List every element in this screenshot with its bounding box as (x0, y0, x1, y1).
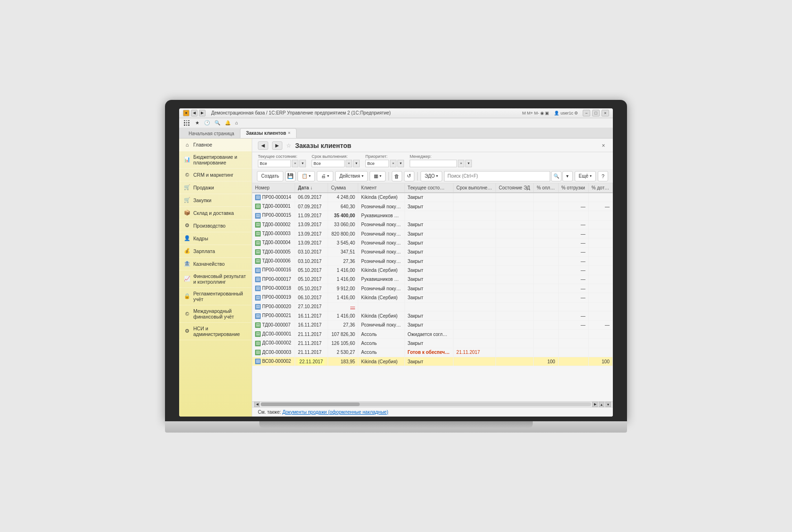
table-row[interactable]: ▤ПР00-000021 16.11.2017 1 416,00 Kikinda… (252, 311, 613, 320)
sidebar-item-salary[interactable]: 💰 Зарплата (179, 245, 252, 258)
col-client[interactable]: Клиент (358, 183, 405, 193)
menu-favorites[interactable]: ★ (195, 120, 199, 125)
tab-orders[interactable]: Заказы клиентов × (240, 128, 297, 138)
sidebar-production-label: Производство (193, 223, 225, 229)
actions-btn[interactable]: Действия (335, 171, 368, 181)
col-edo[interactable]: Состояние ЭД (496, 183, 534, 193)
minimize-btn[interactable]: − (583, 110, 590, 116)
edo-btn[interactable]: ЭДО (421, 171, 442, 181)
create-btn[interactable]: Создать (257, 171, 283, 181)
menu-history[interactable]: 🕐 (204, 120, 210, 125)
table-row[interactable]: ▤ПР00-000014 06.09.2017 4 248,00 Kikinda… (252, 193, 613, 202)
col-pct-extra[interactable]: % дот… (588, 183, 612, 193)
nav-forward-btn[interactable]: ▶ (272, 141, 282, 150)
scroll-left[interactable]: ◀ (254, 401, 260, 407)
sidebar-item-admin[interactable]: ⚙ НСИ и администрирование (179, 323, 252, 340)
col-due-date[interactable]: Срок выполне… (454, 183, 496, 193)
more-btn[interactable]: Ещё (575, 171, 596, 181)
sidebar-item-purchase[interactable]: 🛒 Закупки (179, 194, 252, 207)
copy-btn[interactable]: 📋 (297, 171, 315, 181)
sidebar-item-home[interactable]: ⌂ Главное (179, 139, 252, 151)
table-row[interactable]: ▤ПР00-000018 05.10.2017 9 912,00 Розничн… (252, 284, 613, 293)
filter-due-date-input[interactable] (312, 160, 345, 167)
sidebar-item-finance[interactable]: 📈 Финансовый результат и контроллинг (179, 270, 252, 288)
table-row[interactable]: ▤ДС00-000003 21.11.2017 2 530,27 Ассоль … (252, 348, 613, 357)
delete-btn[interactable]: 🗑 (392, 171, 402, 181)
sidebar-item-regulated[interactable]: 🔒 Регламентированный учёт (179, 288, 252, 305)
sidebar-item-production[interactable]: ⚙ Производство (179, 220, 252, 232)
tab-home[interactable]: Начальная страница (183, 129, 240, 138)
col-pct-shipped[interactable]: % отгрузки (558, 183, 588, 193)
maximize-btn[interactable]: □ (592, 110, 600, 116)
filter-due-date-dropdown[interactable]: ▾ (353, 160, 360, 167)
search-input[interactable] (444, 171, 550, 181)
print-btn[interactable]: 🖨 (317, 171, 333, 181)
filter-manager-dropdown[interactable]: ▾ (465, 160, 472, 167)
menu-home[interactable]: ⌂ (235, 120, 238, 125)
search-settings-btn[interactable]: ▾ (562, 171, 573, 181)
search-execute-btn[interactable]: 🔍 (551, 171, 561, 181)
table-row[interactable]: ▤ТД00-000007 16.11.2017 27,36 Розничный … (252, 320, 613, 329)
grid-icon[interactable] (183, 119, 190, 127)
col-date[interactable]: Дата ↓ (295, 183, 328, 193)
cell-pct-extra (588, 247, 612, 256)
table-row[interactable]: ▤ТД00-000002 13.09.2017 33 060,00 Рознич… (252, 220, 613, 229)
tab-orders-close[interactable]: × (288, 131, 290, 135)
production-icon: ⚙ (184, 222, 190, 229)
cell-edo (496, 247, 534, 256)
table-row[interactable]: ▤ПР00-000017 05.10.2017 1 416,00 Рукавиш… (252, 275, 613, 284)
table-row[interactable]: ▤ТД00-000003 13.09.2017 820 800,00 Розни… (252, 229, 613, 238)
table-row[interactable]: ▤ДС00-000002 21.11.2017 126 105,60 Ассол… (252, 339, 613, 348)
filter-priority-dropdown[interactable]: ▾ (397, 160, 404, 167)
scroll-track[interactable] (261, 402, 591, 406)
save-btn[interactable]: 💾 (285, 171, 296, 181)
cell-pct-extra (588, 348, 612, 357)
sidebar-item-treasury[interactable]: 🏦 Казначейство (179, 258, 252, 270)
menu-search[interactable]: 🔍 (214, 120, 220, 125)
sidebar-item-crm[interactable]: © CRM и маркетинг (179, 169, 252, 181)
col-status[interactable]: Текущее состо… (404, 183, 454, 193)
cell-pct-shipped: — (558, 247, 588, 256)
sidebar-item-sales[interactable]: 🛒 Продажи (179, 181, 252, 194)
sidebar-admin-label: НСИ и администрирование (193, 326, 247, 337)
close-btn[interactable]: × (602, 110, 609, 116)
col-number[interactable]: Номер (252, 183, 295, 193)
refresh-btn[interactable]: ↺ (404, 171, 414, 181)
filter-current-state-input[interactable] (258, 160, 291, 167)
scroll-right[interactable]: ▶ (592, 401, 598, 407)
filter-current-state-clear[interactable]: × (292, 160, 298, 167)
finance-icon: 📈 (184, 276, 190, 282)
filter-manager-clear[interactable]: × (458, 160, 464, 167)
table-row[interactable]: ▤ПР00-000016 05.10.2017 1 416,00 Kikinda… (252, 266, 613, 275)
table-row[interactable]: ▤ВС00-000002 22.11.2017 183,95 Kikinda (… (252, 357, 613, 366)
favorite-btn[interactable]: ☆ (286, 142, 291, 149)
footer-link[interactable]: Документы продажи (оформленные накладные… (282, 409, 388, 415)
table-row[interactable]: ▤ДС00-000001 21.11.2017 107 826,30 Ассол… (252, 329, 613, 338)
menu-notifications[interactable]: 🔔 (225, 120, 231, 125)
filter-priority-clear[interactable]: × (390, 160, 396, 167)
filter-due-date-clear[interactable]: × (346, 160, 352, 167)
table-row[interactable]: ▤ТД00-000004 13.09.2017 3 545,40 Розничн… (252, 238, 613, 247)
table-row[interactable]: ▤ТД00-000005 03.10.2017 347,51 Розничный… (252, 247, 613, 256)
scroll-up[interactable]: ▲ (599, 401, 604, 407)
table-row[interactable]: ▤ТД00-000006 03.10.2017 27,36 Розничный … (252, 257, 613, 266)
nav-back-btn[interactable]: ◀ (258, 141, 268, 150)
table-row[interactable]: ▤ПР00-000019 06.10.2017 1 416,00 Kikinda… (252, 293, 613, 302)
group-btn[interactable]: ▦ (370, 171, 386, 181)
filter-priority-input[interactable] (365, 160, 389, 167)
filter-current-state-dropdown[interactable]: ▾ (299, 160, 306, 167)
doc-close-btn[interactable]: × (600, 142, 607, 149)
col-pct-paid[interactable]: % опл… (534, 183, 558, 193)
sidebar-item-budget[interactable]: 📊 Бюджетирование и планирование (179, 151, 252, 169)
settings-btn[interactable]: ⚙ (574, 111, 578, 115)
filter-manager-input[interactable] (410, 160, 457, 167)
help-btn[interactable]: ? (598, 171, 608, 181)
scroll-down[interactable]: ▼ (605, 401, 611, 407)
col-amount[interactable]: Сумма (328, 183, 358, 193)
table-row[interactable]: ▤ПР00-000015 11.09.2017 35 400,00 Рукави… (252, 211, 613, 220)
sidebar-item-ifrs[interactable]: © Международный финансовый учёт (179, 305, 252, 323)
table-row[interactable]: ▤ПР00-000020 27.10.2017 — (252, 302, 613, 311)
sidebar-item-hr[interactable]: 👤 Кадры (179, 232, 252, 245)
sidebar-item-warehouse[interactable]: 📦 Склад и доставка (179, 207, 252, 220)
table-row[interactable]: ▤ТД00-000001 07.09.2017 640,30 Розничный… (252, 202, 613, 211)
